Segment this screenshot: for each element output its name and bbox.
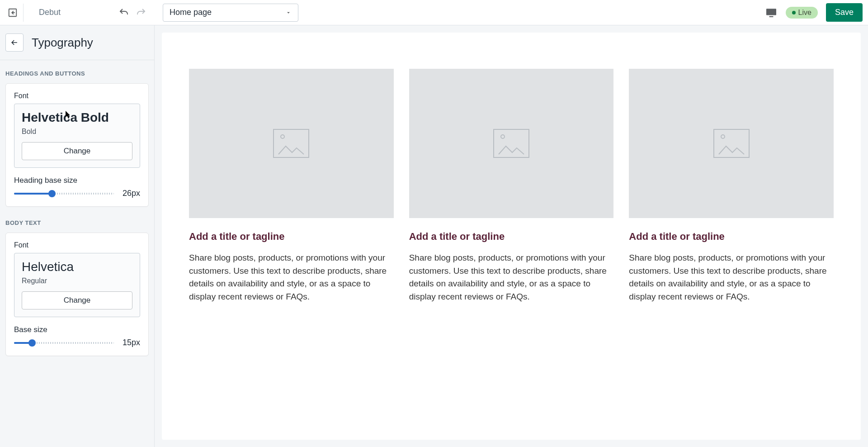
image-placeholder[interactable]: [629, 69, 834, 218]
body-size-slider[interactable]: [14, 339, 114, 347]
font-label: Font: [14, 241, 140, 249]
column-title[interactable]: Add a title or tagline: [629, 231, 834, 243]
section-label-headings: HEADINGS AND BUTTONS: [0, 60, 154, 81]
chevron-down-icon: [285, 10, 292, 16]
font-label: Font: [14, 92, 140, 100]
heading-size-value: 26px: [120, 189, 140, 198]
panel-header: Typography: [0, 25, 154, 60]
body-font-card: Font Helvetica Regular Change Base size …: [5, 233, 149, 356]
live-dot-icon: [792, 11, 796, 14]
desktop-view-icon[interactable]: [765, 8, 778, 18]
column-title[interactable]: Add a title or tagline: [409, 231, 614, 243]
redo-button[interactable]: [135, 6, 147, 19]
topbar: Debut Home page Live Save: [0, 0, 868, 25]
main: Typography HEADINGS AND BUTTONS Font Hel…: [0, 25, 868, 447]
column: Add a title or tagline Share blog posts,…: [409, 69, 614, 303]
column-text[interactable]: Share blog posts, products, or promotion…: [409, 252, 614, 303]
image-placeholder[interactable]: [189, 69, 394, 218]
exit-icon: [8, 8, 18, 18]
headings-font-style: Bold: [22, 128, 132, 136]
topbar-right: Live Save: [765, 3, 863, 22]
image-placeholder-icon: [273, 129, 309, 158]
undo-icon: [118, 7, 129, 18]
body-font-style: Regular: [22, 277, 132, 285]
page-selector-label: Home page: [170, 8, 212, 17]
body-font-name: Helvetica: [22, 260, 132, 274]
heading-size-row: Heading base size 26px: [14, 176, 140, 198]
redo-icon: [136, 7, 146, 18]
column-title[interactable]: Add a title or tagline: [189, 231, 394, 243]
column: Add a title or tagline Share blog posts,…: [189, 69, 394, 303]
image-placeholder-icon: [493, 129, 529, 158]
body-change-button[interactable]: Change: [22, 291, 132, 309]
live-badge: Live: [786, 7, 818, 19]
headings-font-card: Font Helvetica Bold Bold Change Heading …: [5, 83, 149, 207]
body-size-value: 15px: [120, 338, 140, 347]
column-text[interactable]: Share blog posts, products, or promotion…: [189, 252, 394, 303]
headings-font-name: Helvetica Bold: [22, 110, 132, 125]
columns-grid: Add a title or tagline Share blog posts,…: [189, 69, 834, 303]
heading-size-label: Heading base size: [14, 176, 140, 185]
body-size-slider-wrap: 15px: [14, 338, 140, 347]
body-size-row: Base size 15px: [14, 325, 140, 347]
svg-rect-1: [766, 9, 776, 15]
image-placeholder-icon: [713, 129, 750, 158]
undo-button[interactable]: [118, 6, 130, 19]
page-selector[interactable]: Home page: [163, 4, 298, 22]
column: Add a title or tagline Share blog posts,…: [629, 69, 834, 303]
save-button[interactable]: Save: [826, 3, 863, 22]
sidebar: Typography HEADINGS AND BUTTONS Font Hel…: [0, 25, 155, 447]
panel-title: Typography: [32, 36, 93, 50]
image-placeholder[interactable]: [409, 69, 614, 218]
heading-size-slider[interactable]: [14, 190, 114, 198]
live-label: Live: [798, 9, 811, 17]
topbar-left: Debut Home page: [5, 4, 298, 22]
preview-pane: Add a title or tagline Share blog posts,…: [155, 25, 868, 447]
exit-button[interactable]: [5, 4, 24, 22]
section-label-body: BODY TEXT: [0, 209, 154, 230]
back-button[interactable]: [5, 33, 24, 52]
column-text[interactable]: Share blog posts, products, or promotion…: [629, 252, 834, 303]
body-size-label: Base size: [14, 325, 140, 334]
undo-redo-group: [118, 6, 147, 19]
preview-content: Add a title or tagline Share blog posts,…: [162, 33, 861, 440]
slider-thumb[interactable]: [48, 190, 56, 197]
headings-change-button[interactable]: Change: [22, 142, 132, 160]
heading-size-slider-wrap: 26px: [14, 189, 140, 198]
arrow-left-icon: [10, 38, 19, 47]
headings-font-preview: Helvetica Bold Bold Change: [14, 104, 140, 168]
theme-name: Debut: [34, 8, 65, 17]
slider-thumb[interactable]: [28, 339, 36, 347]
svg-rect-2: [769, 16, 773, 17]
slider-fill: [14, 193, 52, 195]
body-font-preview: Helvetica Regular Change: [14, 253, 140, 317]
